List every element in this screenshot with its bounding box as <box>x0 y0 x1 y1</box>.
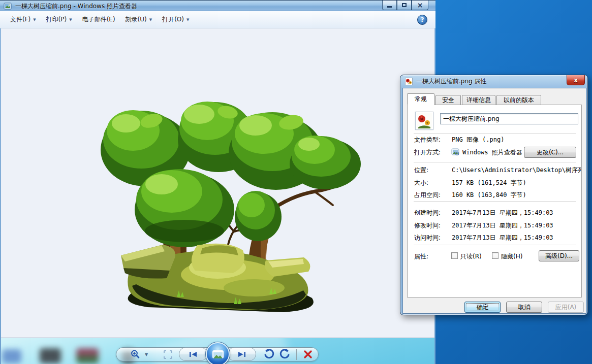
chevron-down-icon: ▼ <box>145 352 148 357</box>
advanced-button-label: 高级(D)... <box>545 252 573 260</box>
advanced-button[interactable]: 高级(D)... <box>539 250 579 261</box>
separator <box>414 201 576 202</box>
cancel-button[interactable]: 取消 <box>506 302 542 313</box>
size-on-disk-value: 160 KB (163,840 字节) <box>452 191 526 200</box>
separator <box>414 133 576 134</box>
actual-size-button[interactable] <box>163 349 173 359</box>
properties-dialog: 一棵大树压缩前.png 属性 x 常规 安全 详细信息 以前的版本 文件 <box>400 75 588 315</box>
menu-burn[interactable]: 刻录(U) ▼ <box>120 13 158 26</box>
dialog-close-button[interactable]: x <box>567 75 585 85</box>
location-label: 位置: <box>414 166 428 175</box>
viewer-titlebar: 一棵大树压缩前.png - Windows 照片查看器 × <box>0 0 435 11</box>
modified-label: 修改时间: <box>414 221 441 230</box>
tab-general[interactable]: 常规 <box>407 93 434 105</box>
general-tab-panel: 文件类型: PNG 图像 (.png) 打开方式: Windows 照片查看器 … <box>407 105 582 297</box>
viewer-menubar: 文件(F) ▼ 打印(P) ▼ 电子邮件(E) 刻录(U) ▼ 打开(O) ▼ … <box>0 11 435 28</box>
picture-play-orb-icon <box>212 350 224 358</box>
desktop: 一棵大树压缩前.png - Windows 照片查看器 × 文件(F) ▼ 打印… <box>0 0 592 364</box>
created-label: 创建时间: <box>414 209 441 217</box>
next-track-icon <box>238 351 246 357</box>
red-x-icon <box>303 350 313 359</box>
photo-viewer-icon <box>451 148 459 156</box>
blurred-taskbar-icon <box>76 348 99 363</box>
filename-input[interactable] <box>440 113 578 124</box>
previous-track-icon <box>189 351 197 357</box>
separator <box>414 162 576 162</box>
cancel-button-label: 取消 <box>518 303 531 312</box>
caption-buttons: × <box>382 1 428 10</box>
tab-security-label: 安全 <box>442 96 454 105</box>
attributes-label: 属性: <box>414 252 428 261</box>
minimize-button[interactable] <box>382 1 397 10</box>
next-button[interactable] <box>228 347 256 361</box>
dialog-title: 一棵大树压缩前.png 属性 <box>416 77 486 86</box>
tab-security[interactable]: 安全 <box>435 95 461 105</box>
picture-icon <box>4 2 12 10</box>
file-thumbnail <box>415 112 433 130</box>
rotate-counterclockwise-icon <box>263 348 274 359</box>
accessed-value: 2017年7月13日 星期四，15:49:03 <box>452 234 553 242</box>
question-mark-icon: ? <box>421 16 424 23</box>
menu-file[interactable]: 文件(F) ▼ <box>5 13 41 26</box>
file-type-label: 文件类型: <box>414 136 441 144</box>
menu-burn-label: 刻录(U) <box>126 15 147 24</box>
blurred-taskbar-icon <box>40 348 61 363</box>
window-title: 一棵大树压缩前.png - Windows 照片查看器 <box>15 2 137 11</box>
open-with-label: 打开方式: <box>414 148 441 157</box>
created-value: 2017年7月13日 星期四，15:49:03 <box>452 209 553 217</box>
rotate-cw-button[interactable] <box>278 347 292 360</box>
close-icon: x <box>574 77 578 84</box>
change-button-label: 更改(C)... <box>537 148 564 157</box>
change-button[interactable]: 更改(C)... <box>524 147 576 158</box>
tab-previous-versions[interactable]: 以前的版本 <box>496 95 541 105</box>
apply-button-label: 应用(A) <box>555 303 577 312</box>
chevron-down-icon: ▼ <box>33 18 36 22</box>
menu-file-label: 文件(F) <box>10 15 30 24</box>
rotate-ccw-button[interactable] <box>262 347 275 360</box>
modified-value: 2017年7月13日 星期四，15:49:03 <box>452 221 553 230</box>
accessed-label: 访问时间: <box>414 234 441 242</box>
open-with-value: Windows 照片查看器 <box>462 148 522 157</box>
menu-open[interactable]: 打开(O) ▼ <box>157 13 194 26</box>
close-button[interactable]: × <box>412 1 428 10</box>
size-value: 157 KB (161,524 字节) <box>452 179 526 187</box>
toolbar-divider <box>296 349 297 360</box>
slideshow-button[interactable] <box>206 342 230 364</box>
hidden-label: 隐藏(H) <box>501 252 522 261</box>
close-icon: × <box>417 2 423 9</box>
location-value: C:\Users\Administrator\Desktop\树序列帧-推 <box>452 166 581 175</box>
zoom-dropdown[interactable]: ▼ <box>143 351 149 357</box>
fit-frame-icon <box>164 350 172 359</box>
menu-print-label: 打印(P) <box>46 15 67 24</box>
help-button[interactable]: ? <box>417 15 427 25</box>
ok-button[interactable]: 确定 <box>464 302 501 313</box>
minimize-icon <box>387 6 392 8</box>
delete-button[interactable] <box>302 348 314 360</box>
menu-email[interactable]: 电子邮件(E) <box>77 13 120 26</box>
tab-details[interactable]: 详细信息 <box>462 95 495 105</box>
tab-details-label: 详细信息 <box>466 96 491 105</box>
maximize-button[interactable] <box>397 1 412 10</box>
magnifier-plus-icon <box>130 349 140 359</box>
menu-open-label: 打开(O) <box>162 15 184 24</box>
previous-button[interactable] <box>179 347 207 361</box>
tab-general-label: 常规 <box>415 95 427 104</box>
menu-email-label: 电子邮件(E) <box>82 15 115 24</box>
readonly-checkbox[interactable] <box>451 252 458 259</box>
separator <box>414 245 576 245</box>
flower-image-file-icon <box>405 78 413 85</box>
hidden-checkbox[interactable] <box>492 252 498 259</box>
blurred-taskbar-icon <box>2 349 21 363</box>
chevron-down-icon: ▼ <box>149 18 152 22</box>
file-type-value: PNG 图像 (.png) <box>452 136 504 144</box>
size-on-disk-label: 占用空间: <box>414 191 441 200</box>
readonly-label: 只读(R) <box>460 252 482 261</box>
menu-print[interactable]: 打印(P) ▼ <box>41 13 77 26</box>
flower-image-file-icon <box>417 113 432 128</box>
photo-viewer-window: 一棵大树压缩前.png - Windows 照片查看器 × 文件(F) ▼ 打印… <box>0 0 435 364</box>
ok-button-label: 确定 <box>477 303 489 312</box>
tab-previous-versions-label: 以前的版本 <box>504 96 534 105</box>
maximize-icon <box>402 3 407 7</box>
rotate-clockwise-icon <box>279 348 291 359</box>
zoom-button[interactable] <box>129 349 141 360</box>
